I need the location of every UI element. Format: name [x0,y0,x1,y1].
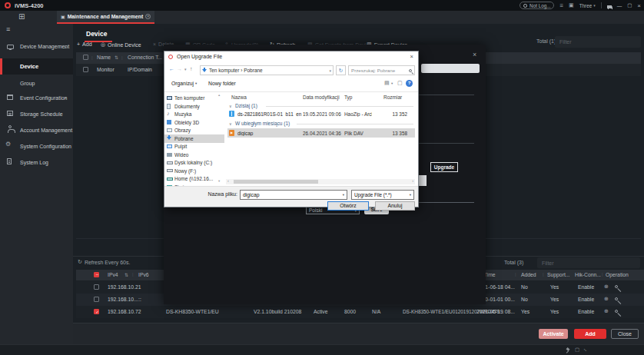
titlebar: iVMS-4200 Not Log... ≡ ▣ Three ▾ — ▢ × [0,0,644,11]
tree-item-new-drive-f[interactable]: Nowy (F:) [164,167,224,175]
column-ipv4[interactable]: IPv4 [108,272,118,277]
device-filter-input[interactable] [555,36,641,48]
tree-item-local-disk-c[interactable]: Dysk lokalny (C:) [164,158,224,167]
window-layout-selector[interactable]: Three ▾ [579,3,596,8]
maintenance-tab-icon: ▣ [61,14,65,19]
chevron-down-icon: ▾ [410,193,411,197]
reset-password-icon[interactable] [615,310,618,313]
dialog-close-icon[interactable]: × [410,53,413,60]
scroll-left-icon[interactable]: ‹ [227,178,229,183]
maximize-button[interactable]: ▢ [627,2,632,8]
select-all-checkbox[interactable] [83,55,88,60]
sort-icon[interactable]: ⇅ [115,55,118,60]
tree-item-home-network-drive[interactable]: Home (\\192.16... [164,174,224,183]
group-header-last-month[interactable]: W ubiegłym miesiącu (1) [235,121,290,126]
tab-maintenance-and-management[interactable]: ▣ Maintenance and Management × [57,11,154,24]
screen-share-icon[interactable]: ▣ [569,2,574,8]
pin-icon[interactable] [566,347,572,353]
task-list-icon[interactable]: ≡ [559,2,563,9]
online-device-button[interactable]: ◎Online Device [101,41,141,48]
recent-locations-icon[interactable]: ▾ [184,67,187,71]
reset-password-icon[interactable] [615,285,618,288]
forward-icon[interactable]: → [177,66,182,71]
add-button[interactable]: +Add [77,41,92,47]
close-button[interactable]: Close [611,329,639,339]
tab-close-icon[interactable]: × [145,14,151,19]
drive-icon [167,161,173,164]
add-device-button[interactable]: Add [574,329,606,339]
sidebar-item-device[interactable]: Device [0,58,73,75]
tree-item-desktop[interactable]: Pulpit [164,142,224,151]
tree-item-3d-objects[interactable]: Obiekty 3D [164,118,224,127]
group-collapse-icon[interactable]: ∨ [229,121,232,126]
up-icon[interactable]: ↑ [190,66,193,71]
column-name[interactable]: Nazwa [231,95,247,100]
tree-item-pictures[interactable]: Obrazy [164,126,224,134]
column-date-modified[interactable]: Data modyfikacji [303,95,340,100]
group-collapse-icon[interactable]: ∨ [229,104,232,108]
tree-item-this-pc[interactable]: Ten komputer [164,94,224,102]
open-button[interactable]: Otwórz [327,201,369,211]
web-browse-icon[interactable]: ⊕ [604,296,609,302]
row-checkbox[interactable] [94,297,99,302]
tree-scroll-up-icon[interactable]: ▴ [218,93,220,97]
tree-item-downloads[interactable]: Pobrane [164,134,224,143]
scroll-right-icon[interactable]: › [412,178,413,183]
close-window-button[interactable]: × [637,2,641,9]
row-checkbox[interactable] [94,309,99,314]
modal-upgrade-button[interactable]: Upgrade [430,162,458,172]
column-name[interactable]: Name [97,55,111,60]
refresh-every-60s[interactable]: ↻ Refresh Every 60s. [78,259,130,265]
filetype-select[interactable]: Upgrade File (*.*) ▾ [351,190,414,200]
resize-icon[interactable]: ↔ [582,346,589,353]
chevron-down-icon: ▾ [343,193,344,197]
column-type[interactable]: Typ [344,95,352,100]
app-logo-icon [5,2,11,8]
sidebar-item-group[interactable]: Group [20,81,35,86]
sort-icon[interactable]: ⇅ [124,272,128,277]
back-icon[interactable]: ← [169,66,174,71]
filename-input[interactable]: digicap ▾ [240,190,347,200]
tree-item-music[interactable]: ♪Muzyka [164,110,224,118]
row-checkbox[interactable] [94,284,99,290]
web-browse-icon[interactable]: ⊕ [604,308,609,314]
online-device-row[interactable]: 192.168.10.72 DS-KH8350-WTE1/EU V2.1.10b… [76,306,644,318]
horizontal-scrollbar[interactable]: ‹ › [226,179,415,184]
scrollbar-thumb[interactable] [234,180,318,184]
address-dropdown-icon[interactable]: ▾ [329,68,331,73]
group-header-today[interactable]: Dzisiaj (1) [235,103,257,108]
modules-menu-icon[interactable]: ⊞ [18,12,25,21]
file-row-digicap-selected[interactable]: ▶ digicap 26.04.2021 04:36 Plik DAV 13 3… [227,128,415,138]
preview-pane-icon[interactable]: ▢ [397,80,403,86]
login-status-badge[interactable]: Not Log... [520,2,554,9]
refresh-address-button[interactable]: ↻ [336,65,346,75]
web-browse-icon[interactable]: ⊕ [604,284,609,290]
delete-icon: × [153,41,156,47]
search-box[interactable]: Przeszukaj: Pobrane [348,65,415,75]
modal-close-icon[interactable]: × [473,51,476,58]
minimize-button[interactable]: — [617,3,622,8]
window-mode-icon[interactable]: ▢ [575,347,579,353]
online-filter-input[interactable] [537,257,640,268]
organize-button[interactable]: Organizuj ▾ [171,81,197,86]
select-all-checkbox[interactable] [94,272,99,277]
hamburger-icon[interactable]: ≡ [6,25,10,33]
row-checkbox[interactable] [83,67,88,72]
chevron-down-icon: ▾ [593,3,596,8]
tree-item-videos[interactable]: Wideo [164,151,224,159]
activate-button[interactable]: Activate [539,329,568,339]
help-icon[interactable]: ? [406,80,413,87]
address-bar[interactable]: Ten komputer › Pobrane ▾ [200,65,334,75]
lock-icon[interactable] [607,5,612,8]
page-tab-device[interactable]: Device [86,30,107,38]
column-size[interactable]: Rozmiar [383,95,402,100]
view-list-icon[interactable]: ▤ [384,80,390,86]
view-dropdown-icon[interactable]: ▾ [391,81,393,85]
reset-password-icon[interactable] [615,297,618,300]
cancel-button[interactable]: Anuluj [375,201,415,211]
new-folder-button[interactable]: Nowy folder [208,81,236,86]
file-row-archive[interactable]: ds-2821861R01S-01_b11_en_od_v2.08.21... … [227,110,415,118]
tree-scroll-down-icon[interactable]: ▾ [218,179,220,183]
modal-text-field[interactable] [421,64,480,73]
tree-item-documents[interactable]: Dokumenty [164,102,224,111]
